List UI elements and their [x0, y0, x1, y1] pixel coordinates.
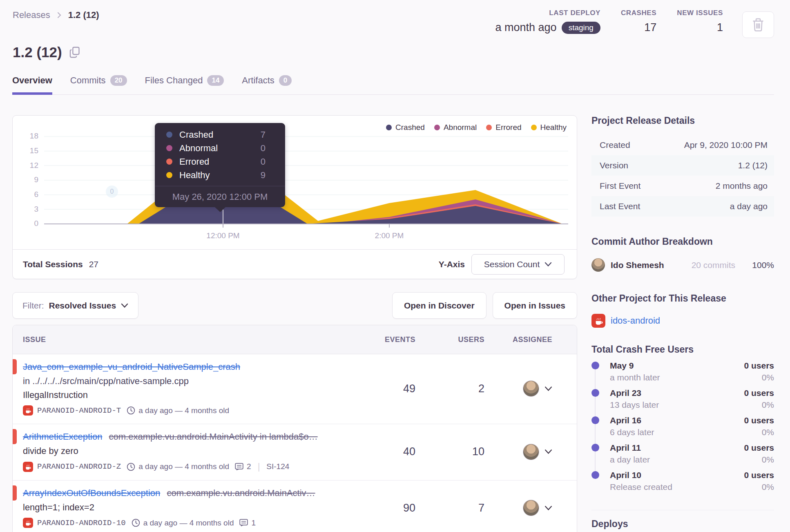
tooltip-date: May 26, 2020 12:00 PM: [155, 186, 285, 207]
tooltip-label: Healthy: [179, 170, 210, 181]
timeline-dot: [591, 389, 599, 397]
timeline-users: 0 users: [744, 388, 774, 398]
legend-item[interactable]: Abnormal: [434, 123, 477, 132]
issue-subtitle: IllegalInstruction: [23, 390, 350, 400]
legend-dot: [486, 125, 492, 130]
y-tick-18: 18: [20, 132, 38, 141]
timeline-note: Release created: [610, 482, 672, 492]
col-events: EVENTS: [350, 335, 415, 344]
comment-icon: [239, 519, 248, 527]
issue-row: ArithmeticException com.example.vu.andro…: [13, 424, 577, 481]
issue-annotation[interactable]: SI-124: [266, 462, 289, 471]
other-project-link[interactable]: idos-android: [611, 315, 660, 326]
tab-label: Artifacts: [242, 75, 274, 86]
detail-row: Version 1.2 (12): [591, 155, 774, 176]
copy-icon[interactable]: [69, 47, 80, 58]
stat: NEW ISSUES 1: [677, 9, 723, 34]
assignee-avatar: [523, 380, 539, 397]
sessions-chart-card: 18 15 12 9 6 3 0 12:00 PM 2:00 PM 0 Cras…: [12, 115, 577, 279]
legend-dot: [434, 125, 440, 130]
author-commit-count: 20 commits: [692, 260, 735, 270]
error-level-tag: [12, 359, 17, 374]
detail-label: Last Event: [600, 201, 640, 211]
issue-location: in ../../../../src/main/cpp/native-sampl…: [23, 376, 350, 387]
legend-item[interactable]: Errored: [486, 123, 521, 132]
issue-title-link[interactable]: ArithmeticException: [23, 431, 102, 442]
timeline-note: 6 days later: [610, 427, 654, 437]
issue-title-link[interactable]: ArrayIndexOutOfBoundsException: [23, 488, 160, 498]
tab[interactable]: Files Changed 14: [145, 75, 224, 95]
y-tick-15: 15: [20, 146, 38, 155]
open-in-issues-button[interactable]: Open in Issues: [493, 292, 577, 319]
detail-value: 1.2 (12): [738, 161, 768, 170]
issue-events-count: 40: [350, 445, 415, 458]
project-slug: PARANOID-ANDROID-10: [37, 519, 126, 528]
clock-icon: [127, 406, 135, 415]
zero-data-label: 0: [106, 186, 118, 198]
author-commit-pct: 100%: [735, 260, 774, 270]
clock-icon: [132, 519, 140, 527]
y-axis-select[interactable]: Session Count: [471, 254, 565, 275]
timeline-item: April 10 Release created 0 users 0%: [591, 470, 774, 498]
issue-subtitle: divide by zero: [23, 446, 350, 456]
legend-item[interactable]: Healthy: [531, 123, 567, 132]
legend-item[interactable]: Crashed: [386, 123, 425, 132]
issue-comments[interactable]: 2: [235, 462, 251, 471]
delete-release-button[interactable]: [742, 11, 774, 38]
project-badge[interactable]: PARANOID-ANDROID-Z: [23, 462, 121, 472]
header-stats: LAST DEPLOY a month ago staging CRASHES …: [495, 9, 723, 34]
chevron-down-icon: [121, 303, 128, 308]
sessions-chart[interactable]: 18 15 12 9 6 3 0 12:00 PM 2:00 PM 0 Cras…: [13, 116, 577, 249]
filter-dropdown[interactable]: Filter: Resolved Issues: [12, 292, 138, 319]
detail-row: Created Apr 9, 2020 10:00 PM: [591, 135, 774, 155]
issue-users-count: 2: [415, 382, 484, 395]
java-platform-icon: [591, 314, 605, 328]
commit-author-row: Ido Shemesh 20 commits 100%: [591, 258, 774, 272]
stat-label: LAST DEPLOY: [549, 9, 600, 17]
tab[interactable]: Commits 20: [70, 75, 127, 95]
tab-count-badge: 20: [110, 75, 127, 86]
tooltip-value: 7: [261, 130, 266, 140]
timeline-date: May 9: [610, 361, 660, 371]
issue-users-count: 10: [415, 445, 484, 458]
timeline-item: May 9 a month later 0 users 0%: [591, 361, 774, 388]
comment-icon: [235, 463, 243, 471]
project-slug: PARANOID-ANDROID-Z: [37, 462, 121, 471]
tab[interactable]: Overview: [12, 75, 52, 95]
col-users: USERS: [415, 335, 484, 344]
tooltip-dot: [166, 145, 172, 151]
project-badge[interactable]: PARANOID-ANDROID-T: [23, 405, 121, 416]
breadcrumb-releases[interactable]: Releases: [13, 10, 50, 20]
stat-label: CRASHES: [621, 9, 656, 17]
open-in-discover-button[interactable]: Open in Discover: [392, 292, 486, 319]
timeline-date: April 10: [610, 470, 672, 480]
x-tick-2pm: 2:00 PM: [361, 231, 418, 240]
project-badge[interactable]: PARANOID-ANDROID-10: [23, 518, 126, 528]
assignee-dropdown[interactable]: [484, 444, 552, 460]
filter-value: Resolved Issues: [49, 301, 116, 311]
legend-label: Crashed: [395, 123, 425, 132]
assignee-dropdown[interactable]: [484, 380, 552, 397]
tab[interactable]: Artifacts 0: [242, 75, 292, 95]
chevron-down-icon: [545, 505, 552, 511]
breadcrumb-current: 1.2 (12): [68, 10, 99, 20]
tooltip-dot: [166, 132, 172, 138]
col-issue: ISSUE: [23, 335, 350, 344]
issue-comments[interactable]: 1: [239, 519, 256, 528]
issue-culprit: com.example.vu.android.MainActiv…: [167, 488, 315, 498]
trash-icon: [752, 18, 764, 32]
tooltip-label: Crashed: [179, 130, 213, 140]
filter-label: Filter:: [22, 301, 44, 311]
tab-label: Commits: [70, 75, 106, 86]
y-tick-3: 3: [20, 205, 38, 214]
y-tick-0: 0: [20, 219, 38, 228]
timeline-note: 13 days later: [610, 400, 659, 410]
tooltip-row: Crashed 7: [166, 128, 274, 141]
issue-title-link[interactable]: Java_com_example_vu_android_NativeSample…: [23, 362, 240, 372]
chevron-down-icon: [545, 262, 552, 267]
assignee-dropdown[interactable]: [484, 500, 552, 516]
timeline-dot: [591, 471, 599, 479]
assignee-avatar: [523, 444, 539, 460]
issues-table-header: ISSUE EVENTS USERS ASSIGNEE: [13, 325, 577, 354]
chevron-right-icon: [56, 12, 62, 18]
